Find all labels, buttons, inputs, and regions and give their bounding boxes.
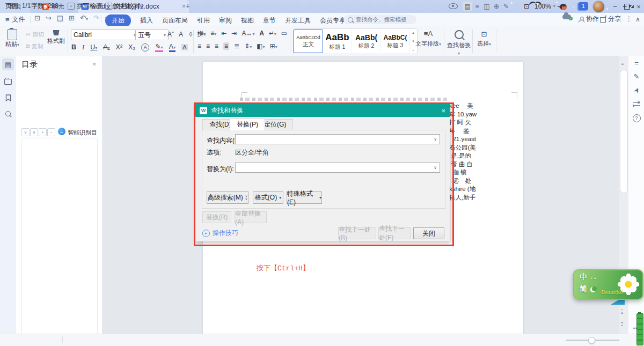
replace-all-button[interactable]: 全部替换(A) xyxy=(235,211,267,223)
toc-zoom-out-icon[interactable]: − xyxy=(47,128,55,136)
ribbon-tab-insert[interactable]: 插入 xyxy=(140,16,153,25)
toc-collapse-icon[interactable]: ∧ xyxy=(30,128,38,136)
next-page-icon[interactable]: ▾ xyxy=(621,320,623,326)
ime-simplified-indicator[interactable]: 简 xyxy=(580,284,587,294)
pointer-icon[interactable]: ➤ xyxy=(630,84,643,97)
toc-expand-icon[interactable]: ∨ xyxy=(21,128,30,136)
ime-punctuation-indicator[interactable]: ，。 xyxy=(589,274,599,281)
ruler-toggle-icon[interactable]: = xyxy=(632,58,641,68)
distribute-icon[interactable]: ≣ xyxy=(234,42,239,50)
eye-protect-button[interactable] xyxy=(449,0,458,12)
dialog-tab-replace[interactable]: 替换(P) xyxy=(230,119,265,130)
ruler-icon[interactable]: ▭ xyxy=(281,30,287,37)
char-shading-icon[interactable]: A xyxy=(181,44,187,50)
increase-indent-icon[interactable]: ⇥ xyxy=(231,30,237,37)
ribbon-tab-member[interactable]: 会员专享 xyxy=(320,16,346,25)
minimize-button[interactable]: − xyxy=(610,0,620,13)
advanced-search-button[interactable]: 高级搜索(M) ∨∨ xyxy=(207,192,248,204)
cloud-sync-status[interactable] xyxy=(562,14,571,19)
font-color-icon[interactable]: A▾ xyxy=(169,43,175,52)
help-icon[interactable]: ? xyxy=(632,113,641,123)
scrollbar-thumb[interactable] xyxy=(620,70,628,193)
notification-badge[interactable]: 1 xyxy=(579,2,588,10)
outline-view-icon[interactable]: ≡ xyxy=(472,2,482,11)
scroll-up-icon[interactable]: ▴ xyxy=(621,61,624,66)
ime-widget[interactable]: 中 ，。 简 Beautiful xyxy=(573,269,643,300)
print-preview-icon[interactable]: ⊞ xyxy=(69,14,75,21)
decrease-font-icon[interactable]: A- xyxy=(179,31,184,38)
ribbon-tab-references[interactable]: 引用 xyxy=(197,16,210,25)
cut-button[interactable]: ✂ 剪切 xyxy=(26,31,44,39)
ribbon-tab-start[interactable]: 开始 xyxy=(105,14,131,27)
style-gallery-more-icon[interactable]: ⌄ xyxy=(410,47,416,53)
word-count[interactable]: 字数: 298 xyxy=(31,0,58,12)
fit-page-button[interactable]: ⊡ xyxy=(524,0,529,12)
style-normal[interactable]: AaBbCcDd 正文 xyxy=(294,30,323,53)
font-name-combobox[interactable]: Calibri▾ xyxy=(71,30,138,40)
numbered-list-icon[interactable]: ≡▾ xyxy=(210,30,216,37)
justify-icon[interactable]: ≡ xyxy=(223,42,229,50)
fullscreen-icon[interactable]: ◤◢ xyxy=(629,0,633,12)
battery-widget[interactable] xyxy=(636,313,643,345)
toc-close-icon[interactable]: × xyxy=(92,60,97,68)
highlight-color-icon[interactable]: ✎▾ xyxy=(155,42,163,52)
style-heading2[interactable]: AaBb( 标题 2 xyxy=(352,30,381,53)
toc-panel-icon[interactable]: ▤ xyxy=(2,58,14,70)
dialog-close-icon[interactable]: × xyxy=(441,107,445,115)
ribbon-tab-page-layout[interactable]: 页面布局 xyxy=(162,16,188,25)
shading-icon[interactable]: ◧▾ xyxy=(257,42,265,50)
file-menu[interactable]: ≡ 文件 xyxy=(5,15,25,24)
command-search-box[interactable]: 查找命令、搜索模板 xyxy=(343,15,416,24)
undo-icon[interactable]: ↶▾ xyxy=(80,14,88,21)
style-heading1[interactable]: AaBb 标题 1 xyxy=(323,30,352,53)
web-view-icon[interactable]: ⊕ xyxy=(492,2,501,11)
find-replace-button[interactable]: 查找替换▾ xyxy=(447,30,471,56)
bookmark-panel-icon[interactable] xyxy=(2,92,14,104)
ribbon-tab-section[interactable]: 章节 xyxy=(263,16,276,25)
text-layout-button[interactable]: ≡A 文字排版▾ xyxy=(414,30,442,48)
adjust-settings-icon[interactable] xyxy=(632,99,641,109)
find-content-combobox[interactable]: ∨ xyxy=(235,134,440,144)
subscript-icon[interactable]: X₂ xyxy=(128,43,135,51)
paste-button[interactable]: 粘贴▾ xyxy=(5,29,19,48)
dialog-title-bar[interactable]: W 查找和替换 × xyxy=(195,104,450,117)
asian-layout-icon[interactable]: 𝐀 xyxy=(259,30,264,37)
strikethrough-icon[interactable]: A▾ xyxy=(103,43,109,51)
doc-proof-button[interactable]: × 文档校对 xyxy=(105,0,140,12)
find-next-button[interactable]: 查找下一处(F) xyxy=(378,227,411,239)
ribbon-tab-dev-tools[interactable]: 开发工具 xyxy=(285,16,311,25)
superscript-icon[interactable]: X² xyxy=(116,43,123,51)
zoom-out-button[interactable]: − xyxy=(557,0,561,12)
wrap-icon[interactable]: ↵▾ xyxy=(269,30,276,37)
align-center-icon[interactable]: ≡ xyxy=(206,42,210,50)
close-window-button[interactable]: × xyxy=(633,0,644,13)
print-icon[interactable]: ▤ xyxy=(57,14,63,21)
special-format-button[interactable]: 特殊格式(E) ▾ xyxy=(287,192,322,204)
ribbon-tab-review[interactable]: 审阅 xyxy=(219,16,232,25)
format-button[interactable]: 格式(O) ▾ xyxy=(253,192,283,204)
page-view-icon[interactable]: ▤ xyxy=(463,2,472,11)
font-size-combobox[interactable]: 五号▾ xyxy=(135,30,169,40)
save-icon[interactable]: ⊡ xyxy=(34,14,40,21)
find-previous-button[interactable]: 查找上一处(B) xyxy=(338,227,376,239)
search-panel-icon[interactable] xyxy=(2,108,14,120)
enclosed-char-icon[interactable]: A xyxy=(141,43,149,51)
decrease-indent-icon[interactable]: ⇤ xyxy=(221,30,226,37)
moon-icon[interactable] xyxy=(590,287,596,292)
increase-font-icon[interactable]: A+ xyxy=(167,31,174,38)
redo-icon[interactable]: ↷ xyxy=(93,14,99,21)
new-tab-button[interactable]: + xyxy=(186,2,190,10)
bold-icon[interactable]: B xyxy=(71,43,76,51)
zoom-slider-thumb[interactable] xyxy=(588,337,595,344)
collaborate-button[interactable]: 协作 xyxy=(579,14,599,24)
document-text-column[interactable]: kee 美 草 10.yaw 打 呵 欠 年 鉴 21.yeast 石公园(美 … xyxy=(449,102,515,202)
copy-button[interactable]: ⧉ 复制 xyxy=(26,42,43,50)
zoom-in-button[interactable]: + xyxy=(623,0,627,12)
ribbon-tab-view[interactable]: 视图 xyxy=(241,16,254,25)
clipboard-panel-icon[interactable] xyxy=(2,76,14,87)
user-avatar[interactable] xyxy=(592,1,605,13)
toc-empty-list[interactable] xyxy=(21,138,98,346)
align-right-icon[interactable]: ≡ xyxy=(215,42,218,50)
replace-button[interactable]: 替换(R) xyxy=(202,211,231,223)
replace-with-combobox[interactable]: ∨ xyxy=(235,163,440,173)
